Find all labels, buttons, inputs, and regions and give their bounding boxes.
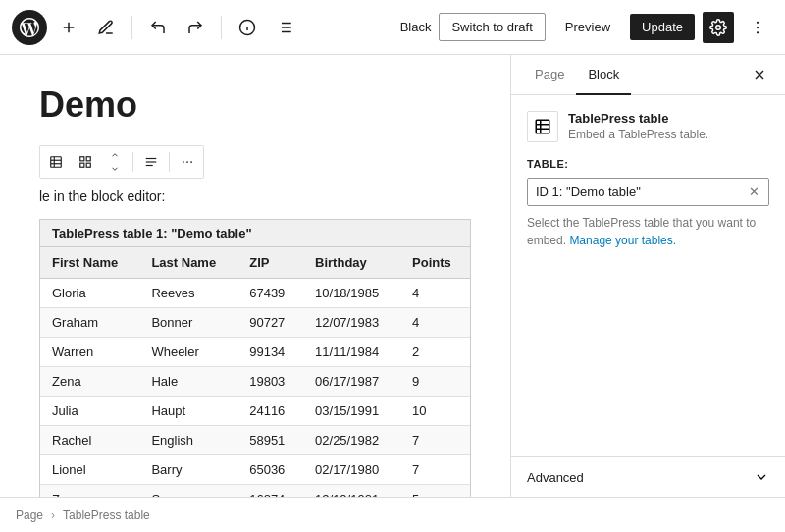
sidebar: Page Block TablePress table Embed a Tabl… xyxy=(510,55,785,497)
manage-tables-link[interactable]: Manage your tables. xyxy=(569,234,676,247)
settings-button[interactable] xyxy=(703,12,734,43)
svg-point-13 xyxy=(757,26,759,27)
table-row: JuliaHaupt2411603/15/199110 xyxy=(40,397,470,426)
svg-point-28 xyxy=(190,161,192,163)
bt-divider-1 xyxy=(132,152,133,172)
svg-rect-19 xyxy=(80,157,84,161)
tab-page[interactable]: Page xyxy=(523,55,576,95)
add-block-button[interactable] xyxy=(53,12,84,43)
preview-button[interactable]: Preview xyxy=(553,14,622,40)
svg-rect-21 xyxy=(80,163,84,167)
sidebar-close-button[interactable] xyxy=(746,61,773,88)
tablepress-wrapper: TablePress table 1: "Demo table" First N… xyxy=(39,219,471,497)
breadcrumb-current: TablePress table xyxy=(63,508,150,522)
page-title: Demo xyxy=(39,84,471,126)
svg-point-11 xyxy=(716,25,721,29)
table-view-button[interactable] xyxy=(42,148,70,176)
toolbar-divider-1 xyxy=(131,16,132,39)
block-toolbar xyxy=(39,145,204,179)
table-help-text: Select the TablePress table that you wan… xyxy=(527,214,769,249)
table-body: GloriaReeves6743910/18/19854GrahamBonner… xyxy=(40,279,470,498)
svg-point-26 xyxy=(183,161,184,163)
breadcrumb: Page › TablePress table xyxy=(0,497,785,532)
col-header-zip: ZIP xyxy=(237,247,303,279)
editor-area: Demo xyxy=(0,55,510,497)
col-header-birthday: Birthday xyxy=(303,247,400,279)
grid-view-button[interactable] xyxy=(72,148,99,176)
move-up-button[interactable] xyxy=(101,148,129,162)
table-head: First Name Last Name ZIP Birthday Points xyxy=(40,247,470,279)
col-header-lastname: Last Name xyxy=(139,247,237,279)
align-button[interactable] xyxy=(137,148,165,176)
table-row: RachelEnglish5895102/25/19827 xyxy=(40,426,470,455)
tablepress: First Name Last Name ZIP Birthday Points… xyxy=(40,247,470,497)
col-header-firstname: First Name xyxy=(40,247,139,279)
move-down-button[interactable] xyxy=(101,162,129,176)
svg-rect-31 xyxy=(536,120,550,133)
stacked-arrows xyxy=(101,148,129,176)
table-section-label: TABLE: xyxy=(527,158,769,170)
main-toolbar: Black Switch to draft Preview Update xyxy=(0,0,785,55)
block-icon xyxy=(527,111,558,142)
col-header-points: Points xyxy=(400,247,470,279)
toolbar-divider-2 xyxy=(221,16,222,39)
table-select-wrapper: ✕ xyxy=(527,178,769,206)
text-color-label: Black xyxy=(400,20,432,34)
table-row: ZenaHale1980306/17/19879 xyxy=(40,367,470,397)
wp-logo[interactable] xyxy=(12,10,47,45)
advanced-label: Advanced xyxy=(527,470,584,485)
svg-point-27 xyxy=(186,161,188,163)
svg-point-14 xyxy=(757,31,759,33)
block-info-text: TablePress table Embed a TablePress tabl… xyxy=(568,111,708,141)
info-button[interactable] xyxy=(232,12,263,43)
svg-rect-20 xyxy=(86,157,90,161)
svg-rect-15 xyxy=(51,157,62,168)
chevron-down-icon xyxy=(754,469,769,485)
tab-block[interactable]: Block xyxy=(576,55,631,95)
table-caption: TablePress table 1: "Demo table" xyxy=(40,220,470,247)
bt-divider-2 xyxy=(169,152,170,172)
block-info-desc: Embed a TablePress table. xyxy=(568,128,708,141)
tools-button[interactable] xyxy=(90,12,122,43)
table-select-clear-button[interactable]: ✕ xyxy=(744,183,763,202)
advanced-section: Advanced xyxy=(511,456,785,497)
sidebar-content: TablePress table Embed a TablePress tabl… xyxy=(511,95,785,456)
advanced-header[interactable]: Advanced xyxy=(511,457,785,497)
block-info: TablePress table Embed a TablePress tabl… xyxy=(527,111,769,142)
switch-draft-button[interactable]: Switch to draft xyxy=(439,13,545,41)
breadcrumb-separator: › xyxy=(51,508,55,522)
toolbar-right: Black Switch to draft Preview Update xyxy=(400,12,773,43)
breadcrumb-page: Page xyxy=(16,508,43,522)
more-block-options[interactable] xyxy=(174,148,201,176)
table-row: ZenaSpears1687412/13/19815 xyxy=(40,485,470,498)
table-row: LionelBarry6503602/17/19807 xyxy=(40,455,470,485)
svg-point-12 xyxy=(757,21,759,23)
list-view-button[interactable] xyxy=(269,12,300,43)
more-options-button[interactable] xyxy=(742,12,773,43)
table-select-input[interactable] xyxy=(527,178,769,206)
table-row: GloriaReeves6743910/18/19854 xyxy=(40,279,470,308)
redo-button[interactable] xyxy=(180,12,211,43)
svg-rect-22 xyxy=(86,163,90,167)
block-info-title: TablePress table xyxy=(568,111,708,126)
table-header-row: First Name Last Name ZIP Birthday Points xyxy=(40,247,470,279)
main-area: Demo xyxy=(0,55,785,497)
table-row: GrahamBonner9072712/07/19834 xyxy=(40,308,470,338)
sidebar-tabs: Page Block xyxy=(511,55,785,95)
update-button[interactable]: Update xyxy=(630,14,695,40)
toolbar-left xyxy=(12,10,300,45)
undo-button[interactable] xyxy=(142,12,174,43)
block-description: le in the block editor: xyxy=(39,186,471,207)
table-row: WarrenWheeler9913411/11/19842 xyxy=(40,338,470,367)
